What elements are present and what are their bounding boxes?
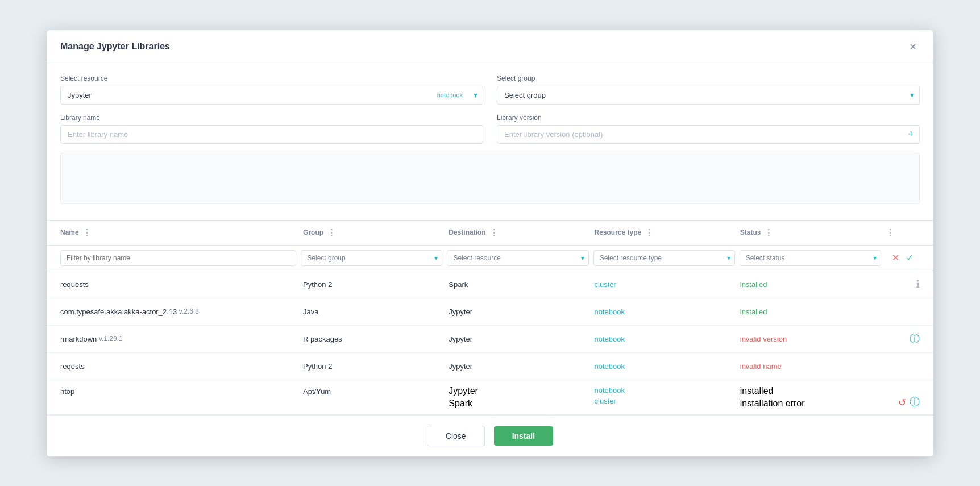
manage-libraries-modal: Manage Jypyter Libraries × Select resour…: [47, 30, 933, 456]
cell-status: invalid name: [740, 356, 886, 376]
filter-destination-select[interactable]: Select resource: [447, 250, 588, 266]
info-icon: ℹ: [916, 279, 920, 290]
filter-destination-wrap: Select resource ▾: [447, 250, 588, 266]
cell-group: Apt/Yum: [303, 380, 449, 414]
cell-resource-type[interactable]: cluster: [595, 275, 740, 294]
filter-actions: ✕ ✓: [886, 251, 920, 264]
select-group-group: Select group Select group ▾: [497, 74, 920, 105]
col-sort-name[interactable]: ⋮: [82, 227, 92, 238]
col-sort-destination[interactable]: ⋮: [489, 227, 499, 238]
library-name-input[interactable]: [60, 125, 483, 144]
destination-spark: Spark: [449, 398, 594, 409]
cell-status: invalid version: [740, 329, 886, 349]
close-button[interactable]: Close: [427, 426, 485, 446]
select-group-dropdown[interactable]: Select group: [497, 86, 920, 105]
resource-type-cluster[interactable]: cluster: [595, 397, 740, 405]
table-row: com.typesafe.akka:akka-actor_2.13 v.2.6.…: [47, 298, 933, 326]
form-row-2: Library name Library version +: [60, 114, 920, 144]
library-name-group: Library name: [60, 114, 483, 144]
table-header: Name ⋮ Group ⋮ Destination ⋮ Resource ty…: [47, 221, 933, 246]
cell-resource-type[interactable]: notebook: [595, 302, 740, 322]
destination-jypyter: Jypyter: [449, 386, 594, 396]
cell-resource-type: notebook cluster: [595, 380, 740, 414]
info-button[interactable]: ℹ: [916, 278, 920, 290]
col-header-resource-type: Resource type ⋮: [595, 227, 740, 238]
table-section: Name ⋮ Group ⋮ Destination ⋮ Resource ty…: [47, 221, 933, 415]
row-actions: ↺ ⓘ: [886, 380, 920, 414]
col-sort-status[interactable]: ⋮: [764, 227, 773, 238]
filter-name-input[interactable]: [60, 250, 296, 266]
close-icon[interactable]: ×: [906, 39, 920, 55]
table-row: htop Apt/Yum Jypyter Spark notebook clus…: [47, 380, 933, 415]
add-version-button[interactable]: +: [908, 129, 914, 139]
modal-header: Manage Jypyter Libraries ×: [47, 30, 933, 63]
cell-destination: Spark: [449, 275, 594, 294]
table-row: reqests Python 2 Jypyter notebook invali…: [47, 353, 933, 380]
col-header-name: Name ⋮: [60, 227, 303, 238]
cell-name: com.typesafe.akka:akka-actor_2.13 v.2.6.…: [60, 302, 303, 322]
cell-destination: Jypyter: [449, 302, 594, 322]
select-resource-group: Select resource Jypyter notebook ▾: [60, 74, 483, 105]
filter-clear-button[interactable]: ✕: [891, 251, 900, 264]
table-row: rmarkdown v.1.29.1 R packages Jypyter no…: [47, 326, 933, 353]
lib-name: rmarkdown: [60, 335, 99, 343]
filter-group-select[interactable]: Select group: [301, 250, 442, 266]
row-actions: ⓘ: [886, 332, 920, 346]
lib-name: com.typesafe.akka:akka-actor_2.13: [60, 308, 179, 316]
filter-resource-type-wrap: Select resource type ▾: [593, 250, 735, 266]
row-actions: ℹ: [886, 278, 920, 290]
cell-resource-type[interactable]: notebook: [595, 329, 740, 349]
lib-version: v.1.29.1: [99, 335, 123, 343]
cell-status: installed installation error: [740, 380, 886, 414]
select-group-label: Select group: [497, 74, 920, 82]
cell-name: reqests: [60, 356, 303, 376]
cell-destination: Jypyter Spark: [449, 380, 594, 414]
modal-footer: Close Install: [47, 415, 933, 456]
status-installed: installed: [740, 386, 886, 396]
select-group-wrap: Select group ▾: [497, 86, 920, 105]
cell-destination: Jypyter: [449, 356, 594, 376]
cell-name: rmarkdown v.1.29.1: [60, 329, 303, 349]
retry-icon: ↺: [898, 397, 906, 408]
library-version-input[interactable]: [497, 125, 920, 144]
info-icon: ⓘ: [910, 333, 920, 344]
info-button[interactable]: ⓘ: [910, 332, 920, 346]
top-form-section: Select resource Jypyter notebook ▾ Selec…: [47, 63, 933, 220]
info-icon: ⓘ: [910, 396, 920, 408]
library-version-label: Library version: [497, 114, 920, 122]
table-body: requests Python 2 Spark cluster installe…: [47, 271, 933, 415]
library-tags-area: [60, 153, 920, 204]
lib-version: v.2.6.8: [179, 308, 199, 315]
filter-row: Select group ▾ Select resource ▾ Select …: [47, 246, 933, 271]
col-sort-resource-type[interactable]: ⋮: [645, 227, 654, 238]
install-button[interactable]: Install: [494, 426, 553, 446]
col-header-destination: Destination ⋮: [449, 227, 594, 238]
cell-status: installed: [740, 302, 886, 322]
table-row: requests Python 2 Spark cluster installe…: [47, 271, 933, 298]
filter-status-select[interactable]: Select status: [740, 250, 881, 266]
library-version-wrap: +: [497, 125, 920, 144]
library-version-group: Library version +: [497, 114, 920, 144]
cell-group: Java: [303, 302, 449, 322]
filter-confirm-button[interactable]: ✓: [905, 251, 915, 264]
cell-resource-type[interactable]: notebook: [595, 356, 740, 376]
retry-button[interactable]: ↺: [898, 397, 906, 409]
library-name-label: Library name: [60, 114, 483, 122]
status-error: installation error: [740, 398, 886, 409]
select-resource-wrap: Jypyter notebook ▾: [60, 86, 483, 105]
col-header-group: Group ⋮: [303, 227, 449, 238]
col-sort-group[interactable]: ⋮: [327, 227, 336, 238]
info-button[interactable]: ⓘ: [910, 395, 920, 409]
cell-group: Python 2: [303, 275, 449, 294]
select-resource-label: Select resource: [60, 74, 483, 82]
filter-group-wrap: Select group ▾: [301, 250, 442, 266]
cell-group: Python 2: [303, 356, 449, 376]
col-sort-actions[interactable]: ⋮: [886, 227, 895, 238]
modal-title: Manage Jypyter Libraries: [60, 41, 170, 52]
form-row-1: Select resource Jypyter notebook ▾ Selec…: [60, 74, 920, 105]
col-header-actions: ⋮: [886, 227, 920, 238]
resource-type-notebook[interactable]: notebook: [595, 386, 740, 394]
select-resource-dropdown[interactable]: Jypyter: [60, 86, 483, 105]
filter-status-wrap: Select status ▾: [740, 250, 881, 266]
filter-resource-type-select[interactable]: Select resource type: [593, 250, 735, 266]
